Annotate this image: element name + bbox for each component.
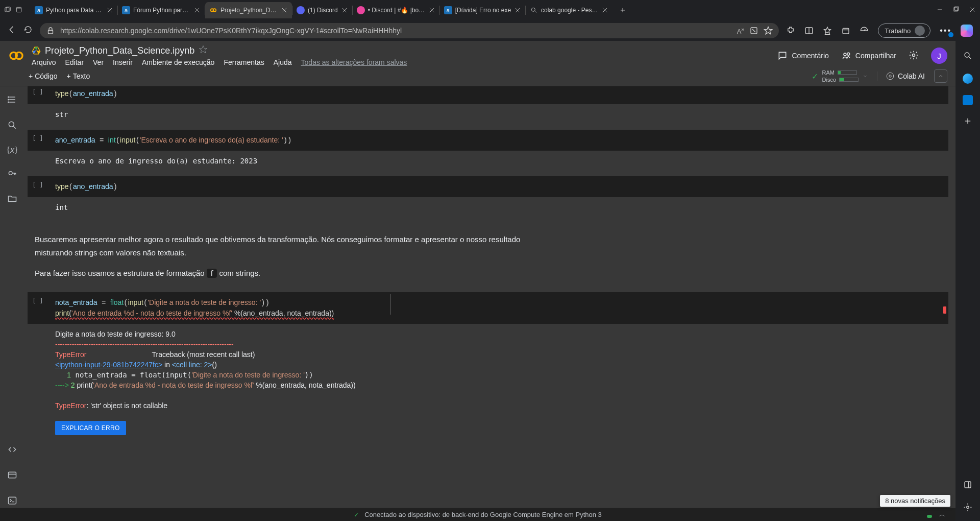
code-snippets-icon[interactable] [7,444,17,457]
toc-icon[interactable] [7,94,17,107]
code-content[interactable]: ano_entrada = int(input('Escreva o ano d… [48,130,948,151]
tab-python-data-science[interactable]: a Python para Data Sci [31,2,117,18]
resource-widget[interactable]: ✓ RAM Disco [812,69,868,83]
menu-tools[interactable]: Ferramentas [224,58,264,66]
command-palette-icon[interactable] [7,470,17,482]
explain-error-button[interactable]: EXPLICAR O ERRO [55,421,126,435]
code-content[interactable]: nota_entrada = float(input('Digite a not… [48,292,948,324]
favicon [297,6,305,14]
close-icon[interactable] [341,7,348,14]
tab-title: Python para Data Sci [46,7,103,14]
save-status[interactable]: Todas as alterações foram salvas [301,58,407,66]
menu-file[interactable]: Arquivo [32,58,56,66]
add-text-button[interactable]: +Texto [67,72,90,80]
status-text: Conectado ao dispositivo: de back-end do… [364,511,602,518]
svg-point-68 [965,53,969,57]
svg-rect-29 [48,30,53,34]
collapse-button[interactable] [934,69,947,83]
copilot-icon[interactable] [961,25,973,37]
close-icon[interactable] [193,7,201,14]
svg-rect-37 [843,29,849,34]
close-icon[interactable] [281,7,288,14]
cell-gutter[interactable]: [ ] [28,176,48,197]
menu-bar: Arquivo Editar Ver Inserir Ambiente de e… [32,58,407,66]
tab-duvida-erro[interactable]: a [Dúvida] Erro no exe [440,2,525,18]
cell-gutter[interactable]: [ ] [28,86,48,104]
markdown-cell[interactable]: Buscaremos apresentar melhor agora o res… [28,223,538,292]
user-avatar[interactable]: J [931,48,947,64]
svg-line-19 [534,11,536,13]
sidebar-settings-icon[interactable] [963,503,972,514]
svg-marker-35 [824,27,831,33]
add-code-button[interactable]: +Código [29,72,58,80]
svg-point-55 [8,97,9,98]
maximize-button[interactable] [952,6,960,15]
code-cell[interactable]: [ ] ano_entrada = int(input('Escreva o a… [28,130,948,171]
code-cell-error[interactable]: [ ] nota_entrada = float(input('Digite a… [28,292,948,435]
star-icon[interactable] [199,45,208,56]
cell-gutter[interactable]: [ ] [28,292,48,324]
tab-colab-search[interactable]: colab google - Pesqu [526,2,612,18]
close-icon[interactable] [514,7,521,14]
sidebar-search-icon[interactable] [963,51,972,62]
code-cell[interactable]: [ ] type(ano_entrada) str [28,86,948,125]
menu-help[interactable]: Ajuda [274,58,292,66]
notification-toast[interactable]: 8 novas notificações [880,495,950,507]
secrets-icon[interactable] [7,168,17,180]
share-button[interactable]: Compartilhar [841,51,896,61]
tab-forum-python[interactable]: a Fórum Python para D [118,2,205,18]
collections-icon[interactable] [841,26,850,35]
close-window-button[interactable] [969,6,976,15]
cell-gutter[interactable]: [ ] [28,130,48,151]
settings-button[interactable] [909,50,919,62]
terminal-icon[interactable] [7,495,17,508]
sidebar-app-1-icon[interactable] [963,74,973,84]
svg-point-57 [8,102,9,103]
reader-icon[interactable]: A» [737,26,745,35]
code-cell[interactable]: [ ] type(ano_entrada) int [28,176,948,218]
translate-icon[interactable] [749,26,758,35]
svg-point-49 [913,54,915,56]
split-icon[interactable] [804,26,814,35]
variables-icon[interactable]: {x} [6,146,18,155]
personal-tabs-icon[interactable] [4,6,11,15]
favorites-bar-icon[interactable] [823,26,832,35]
sidebar-app-2-icon[interactable] [963,95,973,105]
document-title[interactable]: Projeto_Python_Data_Science.ipynb [45,45,194,56]
back-button[interactable] [7,25,16,36]
workspaces-icon[interactable] [15,6,22,15]
files-icon[interactable] [7,194,17,206]
refresh-button[interactable] [23,25,33,36]
close-icon[interactable] [106,7,113,14]
new-tab-button[interactable] [616,3,630,17]
search-icon[interactable] [7,120,17,132]
sidebar-add-icon[interactable] [963,116,972,128]
tab-discord-2[interactable]: • Discord | #🔥 |boas [353,2,439,18]
extensions-icon[interactable] [786,26,795,35]
favicon [209,6,217,14]
minimize-button[interactable] [936,6,943,15]
tab-strip: a Python para Data Sci a Fórum Python pa… [31,2,932,18]
code-content[interactable]: type(ano_entrada) [48,176,948,197]
menu-edit[interactable]: Editar [65,58,84,66]
chevron-up-icon[interactable]: ︿ [939,510,945,519]
tab-projeto-colab[interactable]: Projeto_Python_Data [205,2,292,18]
menu-runtime[interactable]: Ambiente de execução [142,58,214,66]
menu-insert[interactable]: Inserir [113,58,133,66]
performance-icon[interactable] [860,26,869,35]
close-icon[interactable] [428,7,435,14]
comment-button[interactable]: Comentário [777,51,828,61]
more-icon[interactable]: ••• [940,26,951,35]
code-content[interactable]: type(ano_entrada) [48,86,948,104]
notebook-area[interactable]: [ ] type(ano_entrada) str [ ] ano_entrad… [24,86,955,508]
profile-button[interactable]: Trabalho [878,23,930,38]
tab-title: Fórum Python para D [133,7,190,14]
tab-discord-1[interactable]: (1) Discord [292,2,352,18]
close-icon[interactable] [601,7,608,14]
url-box[interactable]: https://colab.research.google.com/drive/… [40,23,779,38]
traceback-link[interactable]: <ipython-input-29-081b742247fc> [55,361,162,369]
menu-view[interactable]: Ver [93,58,104,66]
sidebar-panel-icon[interactable] [963,480,972,491]
colab-ai-button[interactable]: Colab AI [877,72,925,81]
favorite-icon[interactable] [764,26,773,35]
